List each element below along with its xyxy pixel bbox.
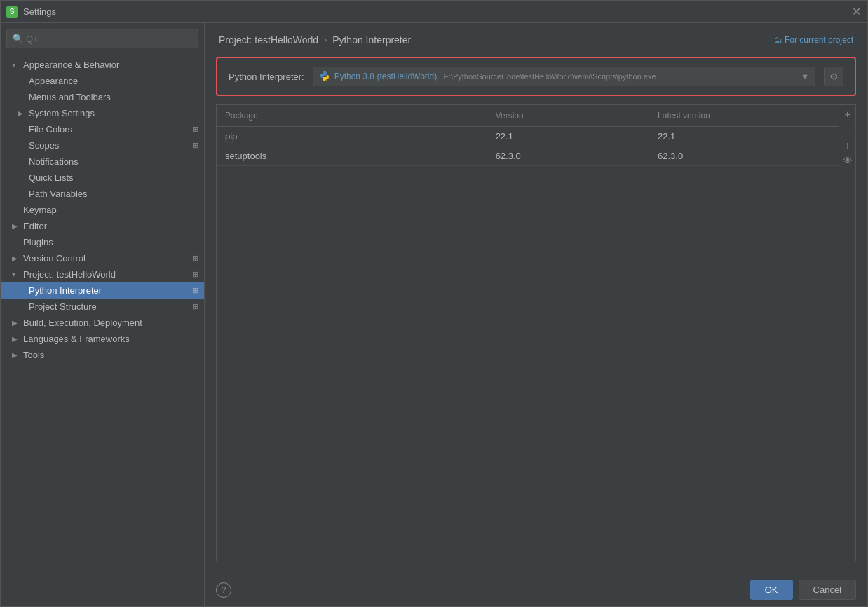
- sidebar-item-project-structure[interactable]: Project Structure ⊞: [1, 299, 204, 315]
- remove-package-button[interactable]: −: [841, 123, 854, 136]
- expand-arrow-icon: ▶: [12, 319, 23, 327]
- interpreter-text: Python 3.8 (testHelloWorld) E:\PythonSou…: [334, 71, 797, 81]
- for-current-project-link[interactable]: 🗂 For current project: [774, 35, 853, 45]
- help-button[interactable]: ?: [216, 582, 231, 598]
- interpreter-path: E:\PythonSourceCode\testHelloWorld\venv\…: [444, 72, 656, 81]
- table-header: Package Version Latest version: [217, 105, 839, 127]
- table-row[interactable]: setuptools 62.3.0 62.3.0: [217, 146, 839, 166]
- bottom-bar: ? OK Cancel: [205, 573, 867, 606]
- expand-arrow-icon: ▶: [12, 254, 23, 262]
- expand-arrow-icon: ▶: [18, 109, 29, 117]
- add-package-button[interactable]: +: [841, 108, 854, 121]
- expand-arrow-icon: ▶: [12, 335, 23, 343]
- view-package-button[interactable]: 👁: [841, 154, 854, 167]
- cell-latest-setuptools: 62.3.0: [649, 146, 839, 165]
- copy-icon: ⊞: [187, 302, 198, 311]
- sidebar-item-keymap[interactable]: Keymap: [1, 202, 204, 218]
- sidebar-item-appearance-behavior[interactable]: ▾ Appearance & Behavior: [1, 57, 204, 73]
- col-version: Version: [487, 105, 649, 126]
- window-title: Settings: [23, 6, 850, 17]
- sidebar: 🔍 ▾ Appearance & Behavior Appearance Men…: [1, 23, 205, 606]
- table-main: Package Version Latest version pip 22.1 …: [217, 105, 839, 561]
- dropdown-arrow-icon: ▼: [801, 72, 809, 81]
- copy-icon: ⊞: [187, 141, 198, 150]
- col-latest-version: Latest version: [649, 105, 839, 126]
- sidebar-item-scopes[interactable]: Scopes ⊞: [1, 137, 204, 154]
- sidebar-item-editor[interactable]: ▶ Editor: [1, 218, 204, 234]
- cancel-button[interactable]: Cancel: [799, 580, 856, 600]
- upgrade-package-button[interactable]: ↑: [841, 139, 854, 151]
- sidebar-item-languages-frameworks[interactable]: ▶ Languages & Frameworks: [1, 331, 204, 347]
- main-header: Project: testHelloWorld › Python Interpr…: [205, 23, 867, 51]
- sidebar-item-appearance[interactable]: Appearance: [1, 73, 204, 89]
- package-table: Package Version Latest version pip 22.1 …: [216, 104, 856, 561]
- sidebar-item-build-execution[interactable]: ▶ Build, Execution, Deployment: [1, 315, 204, 331]
- sidebar-item-file-colors[interactable]: File Colors ⊞: [1, 121, 204, 137]
- table-row[interactable]: pip 22.1 22.1: [217, 127, 839, 146]
- sidebar-tree: ▾ Appearance & Behavior Appearance Menus…: [1, 54, 204, 606]
- cell-package-setuptools: setuptools: [217, 146, 487, 165]
- sidebar-item-system-settings[interactable]: ▶ System Settings: [1, 105, 204, 121]
- sidebar-item-tools[interactable]: ▶ Tools: [1, 347, 204, 363]
- search-box[interactable]: 🔍: [6, 29, 198, 48]
- cell-version-setuptools: 62.3.0: [487, 146, 649, 165]
- settings-window: S Settings ✕ 🔍 ▾ Appearance & Behavior A…: [0, 0, 868, 607]
- copy-icon: ⊞: [187, 125, 198, 134]
- sidebar-item-project-testhelloworld[interactable]: ▾ Project: testHelloWorld ⊞: [1, 266, 204, 282]
- help-section: ?: [216, 582, 231, 598]
- sidebar-item-path-variables[interactable]: Path Variables: [1, 186, 204, 202]
- app-icon: S: [6, 6, 18, 18]
- sidebar-item-version-control[interactable]: ▶ Version Control ⊞: [1, 250, 204, 266]
- breadcrumb-project: Project: testHelloWorld: [219, 34, 318, 46]
- sidebar-item-python-interpreter[interactable]: Python Interpreter ⊞: [1, 282, 204, 299]
- sidebar-item-quick-lists[interactable]: Quick Lists: [1, 170, 204, 186]
- main-content: Python Interpreter:: [205, 51, 867, 573]
- copy-icon: ⊞: [187, 270, 198, 279]
- breadcrumb-current: Python Interpreter: [332, 34, 411, 46]
- interpreter-dropdown[interactable]: Python 3.8 (testHelloWorld) E:\PythonSou…: [313, 67, 815, 86]
- cell-version-pip: 22.1: [487, 127, 649, 146]
- project-icon: 🗂: [774, 35, 782, 45]
- table-container: Package Version Latest version pip 22.1 …: [217, 105, 855, 561]
- close-button[interactable]: ✕: [850, 6, 862, 18]
- breadcrumb-arrow-icon: ›: [324, 35, 327, 45]
- search-icon: 🔍: [13, 34, 23, 43]
- expand-arrow-icon: ▶: [12, 351, 23, 359]
- col-package: Package: [217, 105, 487, 126]
- search-input[interactable]: [26, 34, 192, 44]
- gear-button[interactable]: ⚙: [824, 67, 843, 86]
- copy-icon: ⊞: [187, 254, 198, 263]
- table-body: pip 22.1 22.1 setuptools 62.3.0 62.3.0: [217, 127, 839, 561]
- interpreter-selector-box: Python Interpreter:: [216, 57, 856, 96]
- sidebar-item-menus-toolbars[interactable]: Menus and Toolbars: [1, 89, 204, 105]
- cell-package-pip: pip: [217, 127, 487, 146]
- expand-arrow-icon: ▶: [12, 222, 23, 230]
- main-panel: Project: testHelloWorld › Python Interpr…: [205, 23, 867, 606]
- ok-button[interactable]: OK: [750, 580, 793, 600]
- python-icon: [319, 71, 330, 82]
- expand-arrow-icon: ▾: [12, 61, 23, 69]
- interpreter-name: Python 3.8 (testHelloWorld): [334, 71, 438, 81]
- interpreter-label: Python Interpreter:: [229, 71, 304, 82]
- sidebar-item-plugins[interactable]: Plugins: [1, 234, 204, 250]
- sidebar-item-notifications[interactable]: Notifications: [1, 154, 204, 170]
- cell-latest-pip: 22.1: [649, 127, 839, 146]
- expand-arrow-icon: ▾: [12, 271, 23, 278]
- title-bar: S Settings ✕: [1, 1, 867, 23]
- copy-icon: ⊞: [187, 286, 198, 295]
- table-actions: + − ↑ 👁: [839, 105, 855, 561]
